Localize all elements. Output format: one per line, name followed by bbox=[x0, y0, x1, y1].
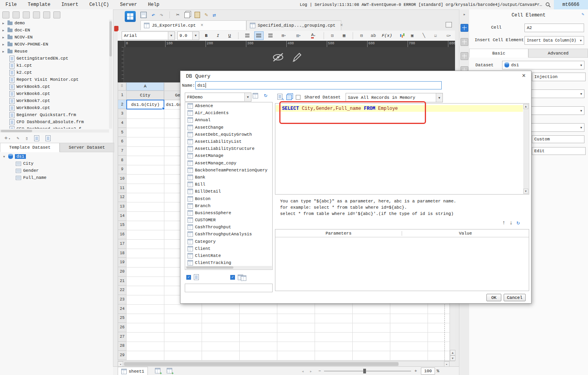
table-list-item[interactable]: AssetLiabilityList bbox=[185, 138, 272, 145]
move-param-down-icon[interactable]: ↓ bbox=[509, 220, 512, 226]
row-header[interactable]: 14 bbox=[118, 211, 127, 221]
cell-a1[interactable]: City bbox=[126, 91, 164, 100]
row-header[interactable]: 24 bbox=[118, 304, 127, 314]
sql-editor[interactable]: SELECT City,Gender,Full_name FROM Employ… bbox=[275, 103, 529, 195]
table-list-scrollbar[interactable] bbox=[186, 266, 272, 269]
tab-options-icon[interactable] bbox=[446, 22, 452, 27]
dataset-name[interactable]: ds1 bbox=[15, 154, 26, 159]
italic-button[interactable]: I bbox=[213, 31, 223, 40]
tab-basic[interactable]: Basic bbox=[469, 49, 528, 58]
zoom-in-icon[interactable]: + bbox=[414, 369, 417, 373]
next-page-icon[interactable]: ▸ bbox=[309, 369, 312, 374]
close-tab-icon[interactable]: × bbox=[340, 23, 343, 28]
tree-folder[interactable]: ▶ NCOV-PHONE-EN bbox=[2, 41, 107, 48]
delete-dataset-button[interactable]: ▯ bbox=[25, 136, 28, 141]
row-header[interactable]: 15 bbox=[118, 221, 127, 230]
row-header[interactable]: 21 bbox=[118, 277, 127, 286]
table-list-item[interactable]: CashThroughputAnalysis bbox=[185, 231, 272, 238]
chevron-right-icon[interactable]: ▶ bbox=[2, 22, 5, 25]
align-center-button[interactable] bbox=[254, 31, 264, 40]
row-header[interactable]: 17 bbox=[118, 239, 127, 249]
sync-icon[interactable]: ⇄ bbox=[213, 12, 216, 18]
add-dataset-button[interactable]: ＋▾ bbox=[3, 135, 10, 142]
table-list-item[interactable]: AssetLiabilityStructure bbox=[185, 145, 272, 152]
scroll-right-icon[interactable]: ▸ bbox=[444, 361, 450, 367]
row-header[interactable]: 16 bbox=[118, 230, 127, 239]
row-header[interactable]: 3 bbox=[118, 109, 127, 118]
scroll-up-icon[interactable]: ▲ bbox=[450, 350, 455, 355]
custom-button[interactable]: Custom bbox=[532, 135, 584, 143]
tab-template-dataset[interactable]: Template Dataset bbox=[0, 143, 60, 152]
injection-button[interactable]: Injection bbox=[532, 73, 586, 81]
tree-horizontal-scrollbar[interactable] bbox=[0, 129, 109, 133]
row-header[interactable]: 26 bbox=[118, 323, 127, 332]
user-badge[interactable]: mt6666 bbox=[554, 0, 588, 9]
hide-preview-icon[interactable] bbox=[272, 52, 284, 63]
tree-file[interactable]: WorkBook5.cpt bbox=[2, 83, 107, 90]
refresh-params-icon[interactable]: ↻ bbox=[517, 219, 520, 226]
dataset-field[interactable]: Full_name bbox=[0, 174, 113, 181]
line-button[interactable]: ╲ bbox=[419, 31, 429, 40]
tree-file[interactable]: WorkBook7.cpt bbox=[2, 97, 107, 104]
table-list-item[interactable]: AssetChange bbox=[185, 124, 272, 131]
row-header[interactable]: 12 bbox=[118, 193, 127, 202]
close-icon[interactable]: × bbox=[522, 73, 526, 80]
doc-tab[interactable]: JS_ExportFile.cpt × bbox=[140, 20, 246, 30]
row-header[interactable]: 23 bbox=[118, 295, 127, 304]
chart-button[interactable] bbox=[396, 31, 405, 40]
dataset-field[interactable]: Gender bbox=[0, 167, 113, 174]
undo-icon[interactable]: ↶ bbox=[151, 11, 155, 19]
font-size-select[interactable]: 9.0▼ bbox=[177, 31, 199, 40]
row-header[interactable]: 7 bbox=[118, 146, 127, 156]
tree-folder[interactable]: ▶ Reuse bbox=[2, 48, 107, 55]
scroll-down-icon[interactable]: ▼ bbox=[450, 355, 455, 361]
font-color-button[interactable]: A▾ bbox=[307, 31, 320, 40]
tab-advanced[interactable]: Advanced bbox=[528, 49, 588, 58]
preview-dataset-button[interactable] bbox=[34, 135, 39, 141]
table-list-item[interactable]: Annual bbox=[185, 117, 272, 124]
search-icon[interactable] bbox=[545, 2, 551, 7]
menu-item[interactable]: Help bbox=[142, 2, 165, 7]
row-header[interactable]: 5 bbox=[118, 128, 127, 137]
table-list-item[interactable]: Category bbox=[185, 238, 272, 245]
selection-handle[interactable] bbox=[162, 107, 165, 110]
text-widget-button[interactable]: ab bbox=[369, 31, 378, 40]
new-folder-icon[interactable] bbox=[2, 11, 9, 18]
new-query-icon[interactable]: ✎ bbox=[277, 94, 282, 101]
menu-item[interactable]: Cell(C) bbox=[84, 2, 115, 7]
paste-icon[interactable] bbox=[195, 12, 200, 18]
preview-icon[interactable] bbox=[23, 11, 30, 18]
ok-button[interactable]: OK bbox=[486, 294, 501, 301]
tree-vertical-scrollbar[interactable] bbox=[109, 20, 112, 129]
table-list-item[interactable]: Boston bbox=[185, 195, 272, 202]
zoom-value[interactable]: 100 bbox=[421, 368, 435, 375]
font-family-select[interactable]: Arial▼ bbox=[122, 31, 175, 40]
dataset-field[interactable]: City bbox=[0, 160, 113, 167]
insert-report-sheet-icon[interactable]: + bbox=[167, 368, 172, 375]
row-header[interactable]: 28 bbox=[118, 342, 127, 351]
fill-color-button[interactable]: ▨▾ bbox=[292, 31, 305, 40]
delete-icon[interactable] bbox=[43, 11, 50, 18]
tree-file[interactable]: CFO Dashboard_absolute2.f bbox=[2, 126, 107, 129]
row-header[interactable]: 25 bbox=[118, 314, 127, 323]
doc-tab[interactable]: Specified_disp..._grouping.cpt × bbox=[246, 20, 341, 30]
cell-ref-input[interactable]: A2 bbox=[524, 24, 584, 32]
cut-icon[interactable]: ✂ bbox=[176, 12, 179, 18]
row-header[interactable]: 2 bbox=[118, 100, 127, 109]
row-header[interactable]: 18 bbox=[118, 249, 127, 258]
dataset-node[interactable]: ▼ ds1 bbox=[0, 153, 113, 160]
table-list-item[interactable]: Bank bbox=[185, 174, 272, 181]
table-list-item[interactable]: CashThroughput bbox=[185, 224, 272, 231]
row-header[interactable]: 8 bbox=[118, 156, 127, 165]
row-header[interactable]: 9 bbox=[118, 165, 127, 175]
row-header[interactable]: 19 bbox=[118, 258, 127, 267]
tree-file[interactable]: GettingStartedEN.cpt bbox=[2, 55, 107, 62]
tree-file[interactable]: CFO Dashboard_absolute.frm bbox=[2, 118, 107, 126]
row-header[interactable]: 29 bbox=[118, 351, 127, 360]
insert-data-column-select[interactable]: Insert Data Column(D)▼ bbox=[524, 36, 584, 45]
table-list-item[interactable]: AssetManage_copy bbox=[185, 160, 272, 167]
show-views-checkbox[interactable]: ✓ bbox=[230, 275, 235, 280]
name-input[interactable]: ds1 bbox=[195, 81, 442, 89]
redo-icon[interactable]: ↷ bbox=[160, 11, 163, 19]
table-list-item[interactable]: BusinessSphere bbox=[185, 209, 272, 217]
